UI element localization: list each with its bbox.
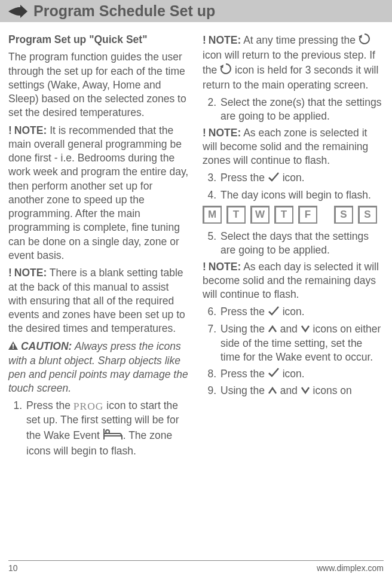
day-icons-row: M T W T F S S <box>203 206 384 224</box>
note-label: NOTE: <box>14 267 47 279</box>
note-block: !NOTE: There is a blank setting table at… <box>8 266 189 335</box>
step-text: icon. <box>280 306 305 318</box>
step-list: Press the icon. Using the and icons on e… <box>203 305 384 398</box>
step-item: Using the and icons on either side of th… <box>219 322 384 365</box>
back-arrow-icon <box>220 63 232 78</box>
note-block: !NOTE: It is recommended that the main o… <box>8 124 189 263</box>
day-box-mon: M <box>203 206 222 224</box>
chevron-up-icon <box>268 323 277 337</box>
caution-label: CAUTION: <box>21 340 72 352</box>
note-label: NOTE: <box>209 127 241 139</box>
note-block: !NOTE: As each zone is selected it will … <box>203 126 384 168</box>
svg-rect-0 <box>13 344 14 347</box>
page-number: 10 <box>8 563 18 573</box>
bang-icon: ! <box>203 34 206 46</box>
bang-icon: ! <box>203 127 206 139</box>
step-text: and <box>277 323 301 335</box>
step-text: and <box>277 384 301 396</box>
note-body: It is recommended that the main overall … <box>8 124 188 261</box>
step-item: Using the and icons on <box>219 384 384 398</box>
day-box-tue: T <box>226 206 246 224</box>
page-footer: 10 www.dimplex.com <box>8 560 384 573</box>
bang-icon: ! <box>203 261 206 273</box>
checkmark-icon <box>268 367 280 381</box>
day-gap <box>322 206 329 224</box>
header-bar: Program Schedule Set up <box>0 0 392 22</box>
back-arrow-icon <box>359 33 370 48</box>
step-item: Press the icon. <box>219 171 384 186</box>
note-label: NOTE: <box>209 34 241 46</box>
note-label: NOTE: <box>14 124 47 136</box>
step-text: icon. <box>280 172 305 184</box>
warning-triangle-icon <box>8 340 18 353</box>
caution-block: CAUTION: Always press the icons with a b… <box>8 340 189 396</box>
checkmark-icon <box>268 306 280 320</box>
svg-rect-1 <box>13 347 14 349</box>
bed-icon <box>103 428 123 444</box>
step-item: The day icons will begin to flash. <box>219 188 384 202</box>
note-block: !NOTE: At any time pressing the icon wil… <box>203 33 384 92</box>
step-list: Press the PROG icon to start the set up.… <box>8 399 189 458</box>
footer-url: www.dimplex.com <box>317 563 384 573</box>
chevron-down-icon <box>301 323 310 337</box>
chevron-up-icon <box>268 384 277 398</box>
chevron-down-icon <box>301 384 310 398</box>
note-block: !NOTE: As each day is selected it will b… <box>203 260 384 302</box>
step-list: Select the zone(s) that the settings are… <box>203 96 384 124</box>
step-text: icons on <box>310 384 352 396</box>
step-item: Select the days that the settings are go… <box>219 230 384 258</box>
step-item: Press the PROG icon to start the set up.… <box>25 399 189 458</box>
page-title: Program Schedule Set up <box>33 2 215 20</box>
step-item: Press the icon. <box>219 305 384 320</box>
day-box-wed: W <box>250 206 270 224</box>
day-box-thu: T <box>274 206 293 224</box>
checkmark-icon <box>268 172 280 186</box>
step-text: Press the <box>220 306 268 318</box>
content-columns: Program Set up "Quick Set" The program f… <box>0 22 392 460</box>
step-item: Press the icon. <box>219 367 384 382</box>
day-box-sun: S <box>358 206 377 224</box>
step-text: Using the <box>220 384 268 396</box>
step-item: Select the zone(s) that the settings are… <box>219 96 384 124</box>
bang-icon: ! <box>8 267 12 279</box>
day-box-fri: F <box>298 206 317 224</box>
note-label: NOTE: <box>209 261 241 273</box>
section-heading: Program Set up "Quick Set" <box>8 33 189 47</box>
pointer-right-icon <box>7 5 27 18</box>
day-box-sat: S <box>334 206 353 224</box>
prog-button-icon: PROG <box>74 399 104 413</box>
step-text: Press the <box>26 399 74 411</box>
bang-icon: ! <box>8 124 12 136</box>
step-text: Press the <box>220 368 268 380</box>
step-text: Press the <box>220 172 268 184</box>
step-list: Select the days that the settings are go… <box>203 230 384 258</box>
paragraph: The program function guides the user thr… <box>8 50 189 120</box>
left-column: Program Set up "Quick Set" The program f… <box>8 33 189 460</box>
step-text: Using the <box>220 323 268 335</box>
step-list: Press the icon. The day icons will begin… <box>203 171 384 202</box>
step-text: icon. <box>280 368 305 380</box>
note-body: At any time pressing the <box>241 34 359 46</box>
right-column: !NOTE: At any time pressing the icon wil… <box>203 33 384 460</box>
